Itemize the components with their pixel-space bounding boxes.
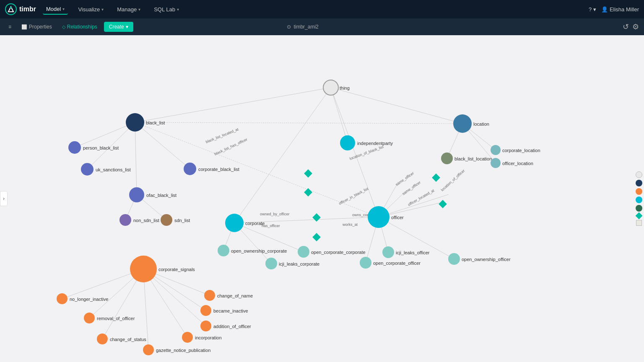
node-open-corporate-officer[interactable] <box>360 257 371 269</box>
graph-canvas[interactable]: › <box>0 35 644 362</box>
node-change-of-name[interactable] <box>204 290 215 301</box>
nodes[interactable]: thing black_list location independentpar… <box>57 80 540 355</box>
edge-label-works-at: works_at <box>342 222 358 227</box>
svg-point-0 <box>5 4 16 15</box>
svg-rect-44 <box>439 200 447 208</box>
menu-toggle-button[interactable]: ≡ <box>5 22 15 31</box>
node-addition-of-officer[interactable] <box>200 321 211 331</box>
node-label-change-of-name: change_of_name <box>217 293 253 298</box>
node-non-sdn-list[interactable] <box>119 214 131 226</box>
logo[interactable]: timbr <box>5 3 36 15</box>
node-officer[interactable] <box>368 206 390 228</box>
node-thing[interactable] <box>323 80 338 95</box>
navbar: timbr Model ▾ Visualize ▾ Manage ▾ SQL L… <box>0 0 644 18</box>
nav-manage[interactable]: Manage ▾ <box>114 5 144 14</box>
settings-button[interactable]: ⚙ <box>632 22 639 31</box>
svg-rect-41 <box>312 213 321 222</box>
node-label-incorporation: incorporation <box>195 335 222 340</box>
node-person-black-list[interactable] <box>68 141 81 154</box>
node-label-uk-sanctions-list: uk_sanctions_list <box>96 167 131 172</box>
legend-orange[interactable] <box>636 188 642 195</box>
node-sdn-list[interactable] <box>161 214 172 226</box>
node-label-addition-of-officer: addition_of_officer <box>213 324 251 329</box>
node-officer-location[interactable] <box>491 158 501 168</box>
node-ofac-black-list[interactable] <box>129 187 144 202</box>
node-corporate-black-list[interactable] <box>184 163 196 175</box>
legend-diamond[interactable] <box>636 212 643 220</box>
svg-line-3 <box>135 88 331 122</box>
node-open-ownership-officer[interactable] <box>448 253 460 265</box>
node-label-icji-leaks-officer: icji_leaks_officer <box>396 250 430 255</box>
node-location[interactable] <box>453 114 472 133</box>
node-label-icji-leaks-corporate: icji_leaks_corporate <box>279 261 319 266</box>
relationships-tab[interactable]: ◇ Relationships <box>59 22 101 31</box>
node-label-location: location <box>473 122 489 127</box>
node-icji-leaks-corporate[interactable] <box>265 258 277 269</box>
node-black-list-location[interactable] <box>441 153 453 164</box>
node-label-black-list-location: black_list_location <box>454 156 492 161</box>
user-menu[interactable]: 👤 Elisha Miller <box>601 6 639 13</box>
properties-tab[interactable]: ⬜ Properties <box>18 22 55 31</box>
node-label-no-longer-inactive: no_longer_inactive <box>70 297 108 302</box>
nav-visualize[interactable]: Visualize ▾ <box>75 5 107 14</box>
node-label-officer: officer <box>391 215 404 220</box>
relationships-icon: ◇ <box>62 24 65 30</box>
help-button[interactable]: ? ▾ <box>589 6 596 13</box>
node-label-thing: thing <box>340 85 350 90</box>
svg-line-4 <box>331 88 462 124</box>
subnav-center: ⊙ timbr_ami2 <box>287 24 318 30</box>
svg-line-30 <box>379 194 449 217</box>
edge-label-black-list-has-officer: black_list_has_officer <box>214 137 248 156</box>
node-label-gazette-notice-publication: gazette_notice_publication <box>156 348 210 353</box>
edge-label-officer-located-at: officer_located_at <box>407 188 435 207</box>
svg-rect-42 <box>312 233 321 241</box>
node-label-officer-location: officer_location <box>502 161 533 166</box>
edge-label-location-of-black-list: location_of_black_list <box>349 145 384 161</box>
node-no-longer-inactive[interactable] <box>57 293 68 304</box>
node-label-black-list: black_list <box>146 120 165 125</box>
node-change-of-status[interactable] <box>97 334 108 344</box>
nav-sqllab[interactable]: SQL Lab ▾ <box>151 5 182 14</box>
node-independentparty[interactable] <box>340 135 355 150</box>
edge-label-black-list-located-at: black_list_located_at <box>205 127 239 144</box>
create-button[interactable]: Create ▾ <box>104 22 133 32</box>
history-button[interactable]: ↺ <box>623 22 629 31</box>
node-became-inactive[interactable] <box>200 305 211 316</box>
node-label-non-sdn-list: non_sdn_list <box>133 218 159 223</box>
node-label-ofac-black-list: ofac_black_list <box>146 193 177 198</box>
legend-teal[interactable] <box>636 197 642 203</box>
visualize-chevron: ▾ <box>101 7 104 12</box>
right-legend <box>634 168 644 229</box>
node-label-corporate-signals: corporate_signals <box>158 267 195 272</box>
node-label-independentparty: independentparty <box>357 141 393 146</box>
node-open-ownership-corporate[interactable] <box>218 245 229 256</box>
edge-label-officer-in-black-list: officer_in_black_list <box>338 186 369 206</box>
node-gazette-notice-publication[interactable] <box>143 344 154 355</box>
node-label-open-ownership-corporate: open_ownership_corporate <box>231 248 287 253</box>
node-label-corporate: corporate <box>245 221 265 226</box>
svg-rect-43 <box>432 173 440 182</box>
edge-label-same-officer-1: same_officer <box>395 171 415 187</box>
legend-white[interactable] <box>636 171 642 178</box>
legend-dark-blue[interactable] <box>636 180 642 186</box>
manage-chevron: ▾ <box>138 7 140 12</box>
side-panel-toggle[interactable]: › <box>0 191 8 206</box>
node-corporate[interactable] <box>225 214 244 232</box>
node-label-open-corporate-officer: open_corporate_officer <box>373 261 421 266</box>
legend-square-white[interactable] <box>636 220 642 226</box>
node-uk-sanctions-list[interactable] <box>81 163 93 176</box>
nav-model[interactable]: Model ▾ <box>43 4 68 15</box>
node-open-corporate-corporate[interactable] <box>298 246 309 258</box>
node-icji-leaks-officer[interactable] <box>382 246 394 258</box>
node-corporate-location[interactable] <box>491 145 501 155</box>
node-removal-of-officer[interactable] <box>84 313 95 323</box>
node-black-list[interactable] <box>126 113 144 132</box>
node-incorporation[interactable] <box>182 332 193 343</box>
svg-rect-39 <box>304 169 312 178</box>
node-label-change-of-status: change_of_status <box>110 337 146 342</box>
legend-green[interactable] <box>636 205 642 212</box>
node-corporate-signals[interactable] <box>130 256 157 282</box>
node-label-corporate-location: corporate_location <box>502 148 540 153</box>
svg-point-2 <box>10 7 12 8</box>
database-icon: ⊙ <box>287 24 291 30</box>
